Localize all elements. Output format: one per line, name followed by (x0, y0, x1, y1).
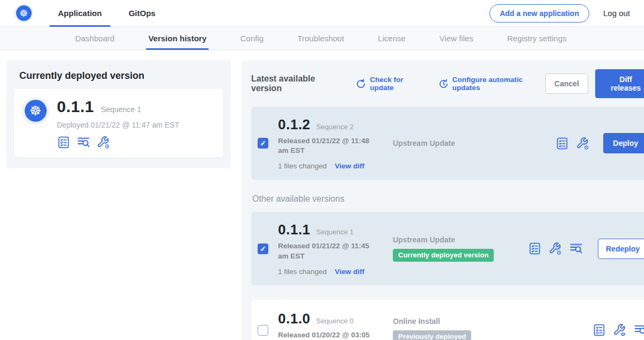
tab-config[interactable]: Config (240, 27, 264, 50)
version-number: 0.1.2 (278, 116, 310, 133)
released-timestamp: Released 01/21/22 @ 11:45 am EST (278, 241, 381, 261)
kubernetes-helm-icon: ☸ (25, 100, 47, 122)
main-content: Currently deployed version ☸ 0.1.1 Seque… (0, 50, 644, 340)
other-versions-title: Other available versions (252, 194, 644, 204)
deploy-logs-icon[interactable] (76, 136, 91, 149)
svg-text:⚙: ⚙ (584, 144, 589, 150)
top-nav: ☸ Application GitOps Add a new applicati… (0, 0, 644, 27)
version-number: 0.1.1 (278, 221, 310, 238)
sequence-label: Sequence 2 (316, 123, 353, 131)
sequence-label: Sequence 0 (316, 317, 353, 325)
diff-releases-button[interactable]: Diff releases (595, 69, 644, 98)
version-checkbox[interactable] (258, 138, 268, 149)
check-for-update-link[interactable]: Check for update (355, 76, 425, 92)
cancel-button[interactable]: Cancel (545, 73, 588, 94)
latest-version-title: Latest available version (251, 74, 342, 93)
currently-deployed-panel: Currently deployed version ☸ 0.1.1 Seque… (6, 60, 231, 168)
deployed-version-number: 0.1.1 (57, 98, 94, 116)
redeploy-button[interactable]: Redeploy (598, 239, 644, 259)
deploy-logs-icon[interactable] (569, 242, 583, 255)
currently-deployed-badge: Currently deployed version (393, 249, 494, 262)
version-source-label: Online Install (393, 317, 528, 326)
released-timestamp: Released 01/21/22 @ 11:48 am EST (278, 136, 381, 156)
preflight-checks-icon[interactable] (555, 137, 569, 150)
tab-version-history[interactable]: Version history (148, 27, 206, 50)
deployed-timestamp: Deployed 01/21/22 @ 11:47 am EST (57, 121, 179, 129)
version-number: 0.1.0 (278, 311, 310, 327)
version-card-0-1-1: 0.1.1 Sequence 1 Released 01/21/22 @ 11:… (251, 212, 644, 285)
logout-link[interactable]: Log out (603, 9, 630, 18)
tab-dashboard[interactable]: Dashboard (75, 27, 114, 50)
version-source-label: Upstream Update (393, 139, 528, 147)
edit-config-icon[interactable]: ⚙ (548, 242, 562, 255)
deploy-button[interactable]: Deploy (603, 133, 644, 153)
preflight-checks-icon[interactable] (528, 242, 541, 255)
edit-config-icon[interactable]: ⚙ (97, 136, 110, 149)
kubernetes-helm-icon: ☸ (16, 5, 32, 21)
refresh-icon (355, 78, 367, 90)
files-changed-label: 1 files changed (278, 268, 327, 276)
view-diff-link[interactable]: View diff (335, 268, 364, 276)
released-timestamp: Released 01/20/22 @ 03:05 pm EST (278, 330, 381, 340)
tab-troubleshoot[interactable]: Troubleshoot (297, 27, 344, 50)
tab-license[interactable]: License (378, 27, 406, 50)
sequence-label: Sequence 1 (316, 228, 353, 236)
app-sub-nav: Dashboard Version history Config Trouble… (0, 27, 644, 50)
app-logo: ☸ (23, 98, 48, 123)
version-card-0-1-2: 0.1.2 Sequence 2 Released 01/21/22 @ 11:… (251, 107, 644, 180)
currently-deployed-title: Currently deployed version (19, 70, 223, 82)
version-source-label: Upstream Update (393, 235, 528, 244)
previously-deployed-badge: Previously deployed (393, 330, 471, 340)
version-card-0-1-0: 0.1.0 Sequence 0 Released 01/20/22 @ 03:… (251, 300, 644, 340)
version-history-panel: Latest available version Check for updat… (241, 60, 644, 340)
deployed-version-card: ☸ 0.1.1 Sequence 1 Deployed 01/21/22 @ 1… (14, 89, 223, 158)
preflight-checks-icon[interactable] (592, 323, 606, 337)
kubernetes-logo: ☸ (14, 4, 33, 23)
preflight-checks-icon[interactable] (57, 136, 70, 149)
configure-auto-updates-link[interactable]: Configure automatic updates (438, 76, 545, 92)
add-new-application-button[interactable]: Add a new application (489, 4, 589, 23)
edit-config-icon[interactable]: ⚙ (576, 137, 589, 150)
deploy-logs-icon[interactable] (633, 323, 644, 337)
auto-update-clock-icon (438, 78, 449, 90)
tab-registry-settings[interactable]: Registry settings (507, 27, 567, 50)
view-diff-link[interactable]: View diff (335, 162, 364, 170)
latest-version-header: Latest available version Check for updat… (251, 69, 644, 98)
files-changed-label: 1 files changed (278, 162, 327, 170)
svg-text:⚙: ⚙ (105, 143, 110, 149)
version-checkbox[interactable] (258, 325, 268, 336)
version-checkbox[interactable] (258, 243, 268, 254)
svg-text:⚙: ⚙ (557, 249, 562, 255)
nav-tab-gitops[interactable]: GitOps (123, 0, 161, 27)
nav-tab-application[interactable]: Application (53, 0, 107, 27)
deployed-sequence-label: Sequence 1 (101, 105, 141, 114)
view-config-icon[interactable] (613, 323, 626, 337)
tab-view-files[interactable]: View files (440, 27, 473, 50)
